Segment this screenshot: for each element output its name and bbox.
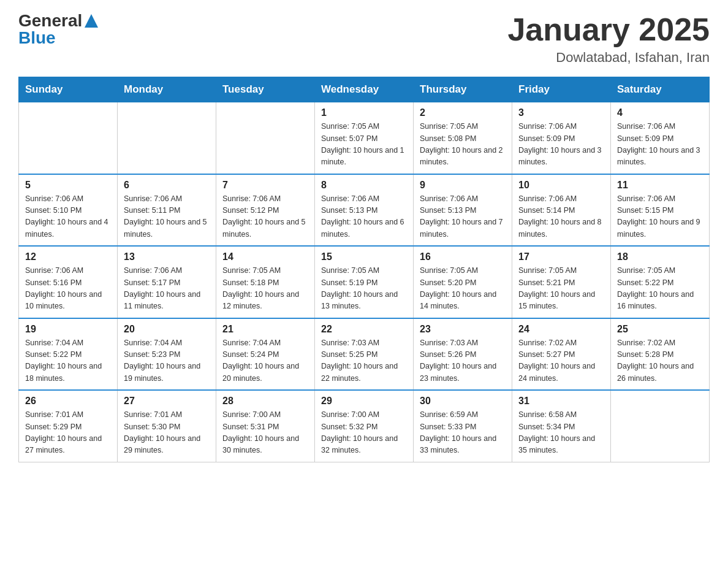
weekday-header-wednesday: Wednesday	[315, 77, 414, 102]
calendar-cell: 25Sunrise: 7:02 AM Sunset: 5:28 PM Dayli…	[611, 318, 710, 391]
day-number: 18	[617, 251, 703, 262]
calendar-cell: 27Sunrise: 7:01 AM Sunset: 5:30 PM Dayli…	[118, 390, 216, 462]
location-label: Dowlatabad, Isfahan, Iran	[507, 50, 710, 66]
day-info: Sunrise: 7:05 AM Sunset: 5:21 PM Dayligh…	[518, 265, 604, 313]
day-number: 11	[617, 180, 703, 191]
day-number: 5	[25, 180, 111, 191]
day-info: Sunrise: 7:05 AM Sunset: 5:20 PM Dayligh…	[420, 265, 506, 313]
day-number: 8	[321, 180, 407, 191]
calendar-cell: 3Sunrise: 7:06 AM Sunset: 5:09 PM Daylig…	[512, 102, 611, 174]
day-info: Sunrise: 6:58 AM Sunset: 5:34 PM Dayligh…	[518, 409, 604, 457]
logo-triangle-icon	[85, 14, 98, 28]
day-number: 7	[222, 180, 308, 191]
calendar-week-1: 1Sunrise: 7:05 AM Sunset: 5:07 PM Daylig…	[19, 102, 710, 174]
calendar-cell: 6Sunrise: 7:06 AM Sunset: 5:11 PM Daylig…	[118, 174, 216, 247]
weekday-header-saturday: Saturday	[611, 77, 710, 102]
calendar-week-4: 19Sunrise: 7:04 AM Sunset: 5:22 PM Dayli…	[19, 318, 710, 391]
calendar-cell: 21Sunrise: 7:04 AM Sunset: 5:24 PM Dayli…	[216, 318, 315, 391]
day-info: Sunrise: 7:06 AM Sunset: 5:14 PM Dayligh…	[518, 193, 604, 241]
calendar-cell: 22Sunrise: 7:03 AM Sunset: 5:25 PM Dayli…	[315, 318, 414, 391]
calendar-cell: 18Sunrise: 7:05 AM Sunset: 5:22 PM Dayli…	[611, 246, 710, 318]
calendar-cell: 10Sunrise: 7:06 AM Sunset: 5:14 PM Dayli…	[512, 174, 611, 247]
day-info: Sunrise: 7:02 AM Sunset: 5:28 PM Dayligh…	[617, 337, 703, 385]
title-block: January 2025 Dowlatabad, Isfahan, Iran	[507, 12, 710, 66]
day-info: Sunrise: 7:06 AM Sunset: 5:13 PM Dayligh…	[420, 193, 506, 241]
calendar-cell: 30Sunrise: 6:59 AM Sunset: 5:33 PM Dayli…	[414, 390, 512, 462]
day-info: Sunrise: 7:05 AM Sunset: 5:19 PM Dayligh…	[321, 265, 407, 313]
calendar-cell: 9Sunrise: 7:06 AM Sunset: 5:13 PM Daylig…	[414, 174, 512, 247]
svg-marker-0	[85, 14, 98, 28]
day-info: Sunrise: 7:05 AM Sunset: 5:07 PM Dayligh…	[321, 121, 407, 169]
calendar-cell: 23Sunrise: 7:03 AM Sunset: 5:26 PM Dayli…	[414, 318, 512, 391]
day-number: 16	[420, 251, 506, 262]
day-info: Sunrise: 7:03 AM Sunset: 5:25 PM Dayligh…	[321, 337, 407, 385]
day-number: 10	[518, 180, 604, 191]
day-number: 19	[25, 324, 111, 335]
day-info: Sunrise: 7:00 AM Sunset: 5:31 PM Dayligh…	[222, 409, 308, 457]
calendar-cell: 8Sunrise: 7:06 AM Sunset: 5:13 PM Daylig…	[315, 174, 414, 247]
weekday-header-tuesday: Tuesday	[216, 77, 315, 102]
day-info: Sunrise: 7:04 AM Sunset: 5:22 PM Dayligh…	[25, 337, 111, 385]
day-info: Sunrise: 7:02 AM Sunset: 5:27 PM Dayligh…	[518, 337, 604, 385]
day-info: Sunrise: 7:06 AM Sunset: 5:09 PM Dayligh…	[617, 121, 703, 169]
day-number: 20	[124, 324, 210, 335]
day-number: 13	[124, 251, 210, 262]
calendar-cell: 16Sunrise: 7:05 AM Sunset: 5:20 PM Dayli…	[414, 246, 512, 318]
month-title: January 2025	[507, 12, 710, 47]
calendar-week-5: 26Sunrise: 7:01 AM Sunset: 5:29 PM Dayli…	[19, 390, 710, 462]
calendar-cell: 24Sunrise: 7:02 AM Sunset: 5:27 PM Dayli…	[512, 318, 611, 391]
calendar-cell: 12Sunrise: 7:06 AM Sunset: 5:16 PM Dayli…	[19, 246, 118, 318]
calendar-cell: 5Sunrise: 7:06 AM Sunset: 5:10 PM Daylig…	[19, 174, 118, 247]
day-number: 27	[124, 396, 210, 407]
calendar-cell	[611, 390, 710, 462]
calendar-cell: 19Sunrise: 7:04 AM Sunset: 5:22 PM Dayli…	[19, 318, 118, 391]
day-info: Sunrise: 7:04 AM Sunset: 5:24 PM Dayligh…	[222, 337, 308, 385]
calendar-cell: 2Sunrise: 7:05 AM Sunset: 5:08 PM Daylig…	[414, 102, 512, 174]
calendar-cell: 28Sunrise: 7:00 AM Sunset: 5:31 PM Dayli…	[216, 390, 315, 462]
day-number: 24	[518, 324, 604, 335]
day-info: Sunrise: 7:03 AM Sunset: 5:26 PM Dayligh…	[420, 337, 506, 385]
calendar-cell	[216, 102, 315, 174]
day-number: 26	[25, 396, 111, 407]
day-number: 17	[518, 251, 604, 262]
calendar-table: SundayMondayTuesdayWednesdayThursdayFrid…	[18, 77, 710, 462]
day-info: Sunrise: 7:06 AM Sunset: 5:11 PM Dayligh…	[124, 193, 210, 241]
calendar-cell: 15Sunrise: 7:05 AM Sunset: 5:19 PM Dayli…	[315, 246, 414, 318]
day-number: 23	[420, 324, 506, 335]
calendar-week-3: 12Sunrise: 7:06 AM Sunset: 5:16 PM Dayli…	[19, 246, 710, 318]
weekday-header-thursday: Thursday	[414, 77, 512, 102]
calendar-week-2: 5Sunrise: 7:06 AM Sunset: 5:10 PM Daylig…	[19, 174, 710, 247]
weekday-header-monday: Monday	[118, 77, 216, 102]
page-header: General Blue January 2025 Dowlatabad, Is…	[18, 12, 710, 66]
logo-blue-text: Blue	[18, 29, 56, 47]
day-number: 2	[420, 107, 506, 118]
day-info: Sunrise: 7:05 AM Sunset: 5:22 PM Dayligh…	[617, 265, 703, 313]
weekday-header-sunday: Sunday	[19, 77, 118, 102]
day-number: 22	[321, 324, 407, 335]
calendar-cell: 7Sunrise: 7:06 AM Sunset: 5:12 PM Daylig…	[216, 174, 315, 247]
calendar-cell: 4Sunrise: 7:06 AM Sunset: 5:09 PM Daylig…	[611, 102, 710, 174]
day-info: Sunrise: 7:06 AM Sunset: 5:13 PM Dayligh…	[321, 193, 407, 241]
calendar-cell: 26Sunrise: 7:01 AM Sunset: 5:29 PM Dayli…	[19, 390, 118, 462]
day-number: 14	[222, 251, 308, 262]
day-info: Sunrise: 7:06 AM Sunset: 5:10 PM Dayligh…	[25, 193, 111, 241]
calendar-cell: 14Sunrise: 7:05 AM Sunset: 5:18 PM Dayli…	[216, 246, 315, 318]
day-info: Sunrise: 7:06 AM Sunset: 5:16 PM Dayligh…	[25, 265, 111, 313]
calendar-cell	[118, 102, 216, 174]
day-number: 3	[518, 107, 604, 118]
day-info: Sunrise: 7:05 AM Sunset: 5:18 PM Dayligh…	[222, 265, 308, 313]
day-number: 28	[222, 396, 308, 407]
logo: General Blue	[18, 12, 98, 47]
day-number: 21	[222, 324, 308, 335]
calendar-cell: 29Sunrise: 7:00 AM Sunset: 5:32 PM Dayli…	[315, 390, 414, 462]
day-number: 30	[420, 396, 506, 407]
calendar-cell: 31Sunrise: 6:58 AM Sunset: 5:34 PM Dayli…	[512, 390, 611, 462]
day-number: 12	[25, 251, 111, 262]
calendar-cell: 11Sunrise: 7:06 AM Sunset: 5:15 PM Dayli…	[611, 174, 710, 247]
calendar-cell: 1Sunrise: 7:05 AM Sunset: 5:07 PM Daylig…	[315, 102, 414, 174]
calendar-header-row: SundayMondayTuesdayWednesdayThursdayFrid…	[19, 77, 710, 102]
day-number: 25	[617, 324, 703, 335]
logo-general-text: General	[18, 12, 82, 29]
day-number: 29	[321, 396, 407, 407]
weekday-header-friday: Friday	[512, 77, 611, 102]
